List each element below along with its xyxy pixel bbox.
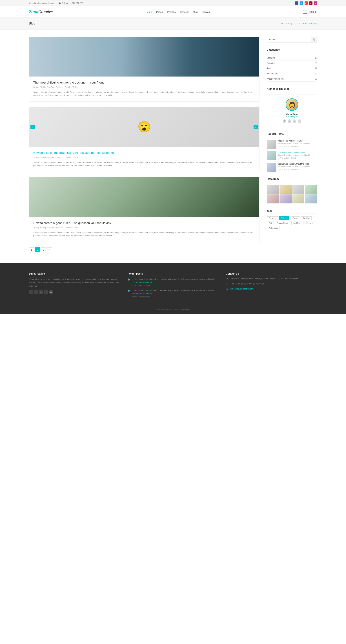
tag-flat[interactable]: Flat <box>267 221 274 225</box>
nav-services[interactable]: Services <box>180 10 189 13</box>
insta-1[interactable] <box>267 185 279 194</box>
post-3-title[interactable]: How to create a good Brief? The question… <box>33 221 255 225</box>
pinterest-icon[interactable]: p <box>309 2 312 5</box>
post-2-body: How to piss off the graphics? Anti-decal… <box>29 147 259 172</box>
popular-post-2-title[interactable]: Illustrations and creative artists <box>277 151 317 154</box>
post-1-image <box>29 37 259 76</box>
page-btn-3[interactable]: 3 <box>41 247 46 252</box>
tweet-2-link[interactable]: http://em-va.to/900098 <box>132 292 152 295</box>
popular-post-1-title[interactable]: Inspirational websites in 2016 <box>277 140 317 142</box>
nav-pages[interactable]: Pages <box>156 10 163 13</box>
footer-social: f t g+ p ig <box>29 290 120 294</box>
facebook-icon[interactable]: f <box>295 2 298 5</box>
tag-fashion[interactable]: Fashion <box>301 216 311 220</box>
category-webdesign[interactable]: Webdesign 20 <box>267 71 317 76</box>
instagram-icon[interactable]: ig <box>314 2 317 5</box>
author-avatar: 👩 <box>286 98 298 111</box>
cart-icon[interactable] <box>303 10 307 14</box>
breadcrumb-classic[interactable]: Classic <box>295 22 302 25</box>
search-box: 🔍 <box>267 37 317 42</box>
nav-contact[interactable]: Contact <box>202 10 210 13</box>
footer-facebook-icon[interactable]: f <box>29 290 33 294</box>
post-1-excerpt: Suspendisse at mi in nunc mattis blandit… <box>33 91 255 97</box>
search-button[interactable]: 🔍 <box>311 37 317 42</box>
post-1-meta: 30 May 2016 by John Doe • Business / Cre… <box>33 86 255 88</box>
author-avatar-image: 👩 <box>286 98 298 111</box>
topbar-email: ✉ contact@zupacreative.com <box>29 2 55 4</box>
author-googleplus-icon[interactable]: g+ <box>298 119 301 123</box>
popular-thumb-1 <box>267 140 276 149</box>
twitter-bird-icon: 🐦 <box>127 278 131 286</box>
post-1-body: The most difficult client for the design… <box>29 76 259 101</box>
tag-mockup[interactable]: MockUp <box>304 221 315 225</box>
sidebar-categories-section: Categories Branding 15 Editorial 09 Prin… <box>267 48 317 82</box>
logo-zupa: Zupa <box>29 10 38 14</box>
author-facebook-icon[interactable]: f <box>282 119 286 123</box>
tweet-1-link[interactable]: http://em-va.to/900098 <box>132 281 152 284</box>
topbar: ✉ contact@zupacreative.com 📞 Call us +44… <box>0 0 346 6</box>
insta-6[interactable] <box>279 194 291 204</box>
category-print[interactable]: Print 12 <box>267 66 317 71</box>
footer-googleplus-icon[interactable]: g+ <box>39 290 43 294</box>
breadcrumb-home[interactable]: Home <box>280 22 285 25</box>
author-linkedin-icon[interactable]: in <box>293 119 296 123</box>
category-name: Editorial <box>267 62 274 64</box>
tag-graphicglover[interactable]: GraphicGlover <box>275 221 290 225</box>
page-btn-4[interactable]: 4 <box>47 247 52 252</box>
sidebar-search-section: 🔍 <box>267 37 317 42</box>
category-name: Webdevelopment <box>267 78 283 80</box>
category-editorial[interactable]: Editorial 09 <box>267 61 317 66</box>
tag-branding[interactable]: Branding <box>267 216 278 220</box>
twitter-icon[interactable]: t <box>300 2 303 5</box>
popular-post-3-title[interactable]: Coding web pages without the code <box>277 163 317 165</box>
author-box: 👩 Maria Rose Webdesigner f t in g+ <box>267 94 317 127</box>
tag-editorial[interactable]: Editorial <box>279 216 289 220</box>
footer-pinterest-icon[interactable]: p <box>44 290 48 294</box>
post-2-title[interactable]: How to piss off the graphics? Anti-decal… <box>33 151 255 155</box>
popular-info-1: Inspirational websites in 2016 Suspendis… <box>277 140 317 149</box>
insta-5[interactable] <box>267 194 279 204</box>
post-1-title[interactable]: The most difficult client for the design… <box>33 80 255 85</box>
categories-title: Categories <box>267 48 317 53</box>
popular-post-1: Inspirational websites in 2016 Suspendis… <box>267 140 317 149</box>
search-input[interactable] <box>267 37 311 42</box>
logo-creative: Creative <box>38 10 53 14</box>
copyright-text: © ZupaCreative 2015 • All Right Reserved <box>156 308 190 310</box>
insta-8[interactable] <box>305 194 317 204</box>
author-twitter-icon[interactable]: t <box>288 119 291 123</box>
footer-twitter: Twitter posts 🐦 Lorem ipsum dolor sit am… <box>127 272 219 300</box>
carousel-prev-button[interactable]: ‹ <box>31 125 35 129</box>
contact-email-link[interactable]: contact@zupacreative.com <box>230 288 253 290</box>
category-branding[interactable]: Branding 15 <box>267 56 317 61</box>
category-count: 09 <box>315 62 317 64</box>
carousel-next-button[interactable]: › <box>253 125 258 129</box>
pagination: 1 2 3 4 <box>29 247 259 256</box>
insta-4[interactable] <box>305 185 317 194</box>
insta-2[interactable] <box>279 185 291 194</box>
footer-twitter-icon[interactable]: t <box>34 290 38 294</box>
tag-envato[interactable]: Envato <box>290 216 300 220</box>
category-count: 08 <box>315 78 317 80</box>
post-2-image: 😮 ‹ › <box>29 107 259 147</box>
logo[interactable]: ZupaCreative <box>29 10 53 14</box>
tag-webdesign[interactable]: Webdesign <box>267 226 280 230</box>
content-area: The most difficult client for the design… <box>29 37 259 256</box>
nav-portfolio[interactable]: Portfolio <box>167 10 176 13</box>
page-btn-2[interactable]: 2 <box>35 247 40 252</box>
breadcrumb-blog[interactable]: Blog <box>288 22 292 25</box>
header: ZupaCreative Home Pages Portfolio Servic… <box>0 6 346 18</box>
googleplus-icon[interactable]: g+ <box>304 2 308 5</box>
nav-home[interactable]: Home <box>146 10 152 13</box>
author-social: f t in g+ <box>270 119 313 123</box>
nav-blog[interactable]: Blog <box>193 10 198 13</box>
insta-3[interactable] <box>292 185 304 194</box>
footer-brand-text: Suspendisse at mi in nunc mattis blandit… <box>29 278 120 288</box>
footer-instagram-icon[interactable]: ig <box>49 290 53 294</box>
page-btn-1[interactable]: 1 <box>29 247 34 252</box>
tag-lookbook[interactable]: LookBook <box>291 221 303 225</box>
category-webdevelopment[interactable]: Webdevelopment 08 <box>267 76 317 82</box>
popular-thumb-3 <box>267 163 276 172</box>
insta-7[interactable] <box>292 194 304 204</box>
popular-post-1-excerpt: Suspendisse at mi in nunc mattis blandit… <box>277 142 317 145</box>
cart-area[interactable]: $299.00 <box>303 10 317 14</box>
